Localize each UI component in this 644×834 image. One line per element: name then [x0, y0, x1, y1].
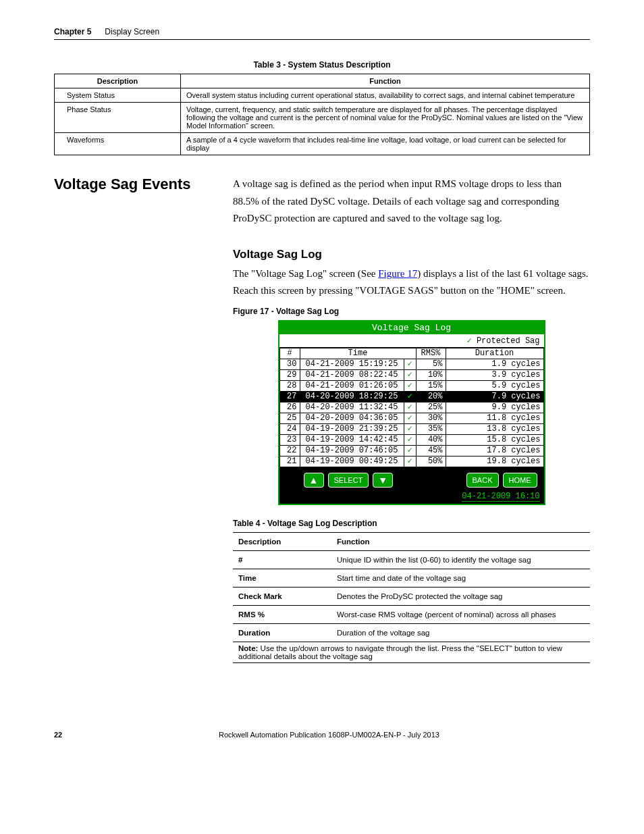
- check-icon: ✓: [404, 434, 416, 445]
- row-rms: 15%: [416, 380, 446, 391]
- row-num: 25: [279, 413, 300, 423]
- check-icon: ✓: [404, 380, 416, 391]
- device-row[interactable]: 2304-19-2009 14:42:45✓40%15.8 cycles: [279, 434, 543, 445]
- select-button[interactable]: SELECT: [328, 473, 369, 488]
- check-icon: ✓: [404, 413, 416, 423]
- table4-head-desc: Description: [233, 532, 331, 550]
- table-row: DurationDuration of the voltage sag: [233, 623, 590, 642]
- chapter-label: Chapter 5: [54, 27, 91, 36]
- row-time: 04-19-2009 21:39:25: [300, 423, 404, 434]
- device-row[interactable]: 2204-19-2009 07:46:05✓45%17.8 cycles: [279, 445, 543, 456]
- row-num: 27: [279, 391, 300, 402]
- device-row[interactable]: 2804-21-2009 01:26:05✓15%5.9 cycles: [279, 380, 543, 391]
- table4-desc: Time: [233, 569, 331, 587]
- back-button[interactable]: BACK: [466, 473, 499, 488]
- device-head-num: #: [279, 348, 300, 359]
- page-number: 22: [54, 731, 219, 739]
- row-num: 24: [279, 423, 300, 434]
- table4-note: Note: Use the up/down arrows to navigate…: [233, 642, 590, 662]
- device-legend: ✓ Protected Sag: [279, 334, 544, 348]
- row-duration: 7.9 cycles: [446, 391, 543, 402]
- row-time: 04-21-2009 15:19:25: [300, 359, 404, 369]
- device-row[interactable]: 2104-19-2009 00:49:25✓50%19.8 cycles: [279, 456, 543, 467]
- row-duration: 17.8 cycles: [446, 445, 543, 456]
- row-rms: 40%: [416, 434, 446, 445]
- row-time: 04-21-2009 01:26:05: [300, 380, 404, 391]
- row-duration: 13.8 cycles: [446, 423, 543, 434]
- table4-func: Start time and date of the voltage sag: [331, 569, 590, 587]
- table-row: Phase StatusVoltage, current, frequency,…: [55, 103, 590, 133]
- section-para1: A voltage sag is defined as the period w…: [233, 176, 590, 228]
- table4-func: Unique ID within the list (0-60) to iden…: [331, 550, 590, 569]
- check-icon: ✓: [466, 336, 471, 346]
- table-row: WaveformsA sample of a 4 cycle waveform …: [55, 133, 590, 155]
- row-rms: 45%: [416, 445, 446, 456]
- table-row: #Unique ID within the list (0-60) to ide…: [233, 550, 590, 569]
- page-footer: 22 Rockwell Automation Publication 1608P…: [54, 731, 590, 739]
- section-title: Voltage Sag Events: [54, 176, 233, 193]
- table-row: RMS %Worst-case RMS voltage (percent of …: [233, 605, 590, 623]
- table3-func: Overall system status including current …: [181, 88, 590, 103]
- row-num: 30: [279, 359, 300, 369]
- row-time: 04-21-2009 08:22:45: [300, 369, 404, 380]
- row-duration: 9.9 cycles: [446, 402, 543, 413]
- row-time: 04-20-2009 11:32:45: [300, 402, 404, 413]
- row-rms: 25%: [416, 402, 446, 413]
- figure17-caption: Figure 17 - Voltage Sag Log: [233, 307, 590, 316]
- row-rms: 50%: [416, 456, 446, 467]
- device-row[interactable]: 2404-19-2009 21:39:25✓35%13.8 cycles: [279, 423, 543, 434]
- down-button[interactable]: ▼: [373, 473, 393, 488]
- row-time: 04-19-2009 14:42:45: [300, 434, 404, 445]
- row-time: 04-19-2009 00:49:25: [300, 456, 404, 467]
- row-time: 04-20-2009 18:29:25: [300, 391, 404, 402]
- device-row[interactable]: 2604-20-2009 11:32:45✓25%9.9 cycles: [279, 402, 543, 413]
- table3-func: A sample of a 4 cycle waveform that incl…: [181, 133, 590, 155]
- row-rms: 5%: [416, 359, 446, 369]
- device-row[interactable]: 2504-20-2009 04:36:05✓30%11.8 cycles: [279, 413, 543, 423]
- device-head-time: Time: [300, 348, 416, 359]
- row-num: 29: [279, 369, 300, 380]
- section-subtitle: Voltage Sag Log: [233, 248, 590, 261]
- device-head-dur: Duration: [446, 348, 543, 359]
- device-row[interactable]: 2904-21-2009 08:22:45✓10%3.9 cycles: [279, 369, 543, 380]
- device-row[interactable]: 2704-20-2009 18:29:25✓20%7.9 cycles: [279, 391, 543, 402]
- table4-func: Worst-case RMS voltage (percent of nomin…: [331, 605, 590, 623]
- device-row[interactable]: 3004-21-2009 15:19:25✓5%1.9 cycles: [279, 359, 543, 369]
- row-duration: 15.8 cycles: [446, 434, 543, 445]
- home-button[interactable]: HOME: [503, 473, 537, 488]
- legend-text: Protected Sag: [477, 336, 540, 346]
- row-duration: 5.9 cycles: [446, 380, 543, 391]
- table4-func: Denotes the ProDySC protected the voltag…: [331, 587, 590, 605]
- row-num: 28: [279, 380, 300, 391]
- table4: Description Function #Unique ID within t…: [233, 532, 590, 663]
- table4-desc: Duration: [233, 623, 331, 642]
- figure-17-link[interactable]: Figure 17: [378, 268, 417, 279]
- table-row: TimeStart time and date of the voltage s…: [233, 569, 590, 587]
- table3-head-func: Function: [181, 74, 590, 88]
- table3-func: Voltage, current, frequency, and static …: [181, 103, 590, 133]
- check-icon: ✓: [404, 456, 416, 467]
- table-row: Check MarkDenotes the ProDySC protected …: [233, 587, 590, 605]
- table4-caption: Table 4 - Voltage Sag Log Description: [233, 519, 590, 528]
- device-footer: 04-21-2009 16:10: [279, 490, 544, 504]
- table-row: System StatusOverall system status inclu…: [55, 88, 590, 103]
- table3: Description Function System StatusOveral…: [54, 74, 590, 155]
- check-icon: ✓: [404, 369, 416, 380]
- row-time: 04-19-2009 07:46:05: [300, 445, 404, 456]
- up-button[interactable]: ▲: [304, 473, 324, 488]
- row-duration: 3.9 cycles: [446, 369, 543, 380]
- row-rms: 35%: [416, 423, 446, 434]
- device-buttons: ▲ SELECT ▼ BACK HOME: [279, 467, 544, 490]
- row-num: 23: [279, 434, 300, 445]
- publication-info: Rockwell Automation Publication 1608P-UM…: [219, 731, 439, 739]
- table4-desc: RMS %: [233, 605, 331, 623]
- row-rms: 30%: [416, 413, 446, 423]
- row-duration: 1.9 cycles: [446, 359, 543, 369]
- table3-head-desc: Description: [55, 74, 181, 88]
- device-head-rms: RMS%: [416, 348, 446, 359]
- table3-desc: Phase Status: [55, 103, 181, 133]
- table4-desc: #: [233, 550, 331, 569]
- table4-head-func: Function: [331, 532, 590, 550]
- device-clock: 04-21-2009 16:10: [462, 492, 539, 502]
- para2-a: The "Voltage Sag Log" screen (See: [233, 268, 378, 279]
